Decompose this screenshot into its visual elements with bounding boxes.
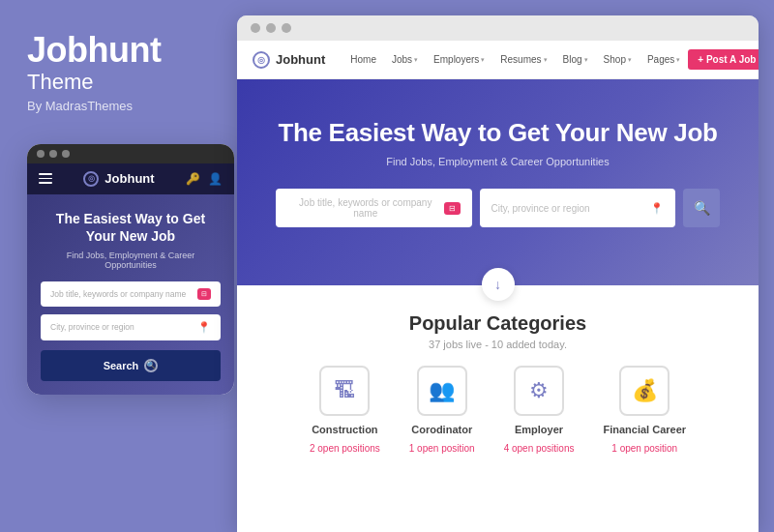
- desktop-location-input[interactable]: City, province or region 📍: [480, 189, 676, 227]
- mobile-hero-title: The Easiest Way to Get Your New Job: [41, 210, 221, 245]
- financial-icon: 💰: [619, 366, 670, 416]
- employers-caret: ▾: [481, 56, 485, 64]
- mobile-nav: ◎ Jobhunt 🔑 👤: [27, 163, 234, 194]
- brand-name: Jobhunt: [27, 31, 210, 70]
- categories-grid: 🏗 Construction 2 open positions 👥 Corodi…: [256, 366, 739, 454]
- corodinator-positions: 1 open position: [409, 443, 475, 454]
- employer-icon: ⚙: [514, 366, 564, 416]
- employer-name: Employer: [515, 424, 563, 435]
- dot-1: [37, 150, 45, 158]
- desktop-search-icon: 🔍: [694, 200, 710, 216]
- desktop-location-placeholder: City, province or region: [491, 203, 590, 214]
- desktop-hero: The Easiest Way to Get Your New Job Find…: [237, 79, 759, 285]
- mobile-mockup: ◎ Jobhunt 🔑 👤 The Easiest Way to Get You…: [27, 144, 234, 395]
- jobs-caret: ▾: [414, 56, 418, 64]
- category-corodinator[interactable]: 👥 Corodinator 1 open position: [409, 366, 475, 454]
- pin-icon: 📍: [197, 321, 211, 334]
- browser-content: ◎ Jobhunt Home Jobs▾ Employers▾ Resumes▾…: [237, 41, 759, 532]
- desktop-job-input-icon: ⊟: [444, 202, 461, 215]
- mobile-location-box[interactable]: City, province or region 📍: [41, 314, 221, 340]
- construction-positions: 2 open positions: [310, 443, 380, 454]
- mobile-nav-actions: 🔑 👤: [186, 172, 223, 186]
- mobile-job-search-icon: ⊟: [197, 288, 211, 300]
- construction-name: Construction: [312, 424, 377, 435]
- categories-section: Popular Categories 37 jobs live - 10 add…: [237, 285, 759, 532]
- pages-caret: ▾: [676, 56, 680, 64]
- categories-title: Popular Categories: [256, 312, 739, 335]
- mobile-titlebar: [27, 144, 234, 163]
- desktop-job-input[interactable]: Job title, keywords or company name ⊟: [276, 189, 472, 227]
- left-panel: Jobhunt Theme By MadrasThemes ◎ Jobhunt …: [0, 0, 237, 532]
- nav-home[interactable]: Home: [342, 54, 384, 65]
- browser-titlebar: [237, 15, 759, 41]
- dot-3: [62, 150, 70, 158]
- desktop-hero-sub: Find Jobs, Employment & Career Opportuni…: [276, 156, 720, 167]
- compass-desktop-icon: ◎: [253, 51, 270, 69]
- nav-employers[interactable]: Employers▾: [426, 54, 492, 65]
- category-construction[interactable]: 🏗 Construction 2 open positions: [310, 366, 380, 454]
- construction-icon: 🏗: [319, 366, 370, 416]
- nav-blog[interactable]: Blog▾: [555, 54, 596, 65]
- mobile-hero-sub: Find Jobs, Employment & Career Opportuni…: [41, 251, 221, 270]
- desktop-pin-icon: 📍: [650, 202, 664, 215]
- mobile-location-placeholder: City, province or region: [50, 322, 134, 332]
- user-icon[interactable]: 👤: [208, 172, 223, 186]
- nav-shop[interactable]: Shop▾: [596, 54, 640, 65]
- desktop-hero-title: The Easiest Way to Get Your New Job: [276, 118, 720, 148]
- mobile-job-search-box[interactable]: Job title, keywords or company name ⊟: [41, 281, 221, 307]
- categories-header: Popular Categories 37 jobs live - 10 add…: [256, 312, 739, 350]
- nav-jobs[interactable]: Jobs▾: [384, 54, 426, 65]
- dot-2: [49, 150, 57, 158]
- financial-name: Financial Career: [603, 424, 686, 435]
- mobile-job-placeholder: Job title, keywords or company name: [50, 289, 186, 299]
- categories-sub: 37 jobs live - 10 added today.: [256, 339, 739, 350]
- mobile-search-button[interactable]: Search 🔍: [41, 350, 221, 381]
- key-icon[interactable]: 🔑: [186, 172, 200, 186]
- desktop-search-submit-button[interactable]: 🔍: [683, 189, 720, 227]
- search-circle-icon: 🔍: [144, 359, 158, 372]
- brand-by: By MadrasThemes: [27, 99, 210, 113]
- corodinator-name: Corodinator: [411, 424, 472, 435]
- resumes-caret: ▾: [544, 56, 548, 64]
- brand-sub: Theme: [27, 70, 210, 95]
- arrow-down-icon: ↓: [494, 277, 501, 292]
- financial-positions: 1 open position: [611, 443, 677, 454]
- corodinator-icon: 👥: [417, 366, 467, 416]
- mobile-hero: The Easiest Way to Get Your New Job Find…: [27, 194, 234, 395]
- brand-section: Jobhunt Theme By MadrasThemes: [27, 31, 210, 136]
- browser-dot-1: [251, 23, 260, 33]
- desktop-job-placeholder: Job title, keywords or company name: [287, 197, 444, 219]
- post-job-button[interactable]: + Post A Job: [688, 49, 759, 70]
- desktop-search-row: Job title, keywords or company name ⊟ Ci…: [276, 189, 720, 227]
- nav-pages[interactable]: Pages▾: [640, 54, 688, 65]
- nav-resumes[interactable]: Resumes▾: [492, 54, 554, 65]
- right-panel: ◎ Jobhunt Home Jobs▾ Employers▾ Resumes▾…: [237, 15, 759, 532]
- blog-caret: ▾: [584, 56, 588, 64]
- desktop-logo: ◎ Jobhunt: [253, 51, 325, 69]
- desktop-nav: ◎ Jobhunt Home Jobs▾ Employers▾ Resumes▾…: [237, 41, 759, 79]
- employer-positions: 4 open positions: [504, 443, 575, 454]
- hamburger-icon[interactable]: [39, 173, 52, 184]
- scroll-down-button[interactable]: ↓: [482, 268, 515, 301]
- browser-dot-2: [266, 23, 276, 33]
- shop-caret: ▾: [628, 56, 632, 64]
- desktop-nav-links: Home Jobs▾ Employers▾ Resumes▾ Blog▾ Sho…: [342, 54, 688, 65]
- compass-icon: ◎: [83, 171, 99, 187]
- category-employer[interactable]: ⚙ Employer 4 open positions: [504, 366, 575, 454]
- category-financial[interactable]: 💰 Financial Career 1 open position: [603, 366, 686, 454]
- mobile-logo: ◎ Jobhunt: [83, 171, 154, 187]
- browser-dot-3: [282, 23, 291, 33]
